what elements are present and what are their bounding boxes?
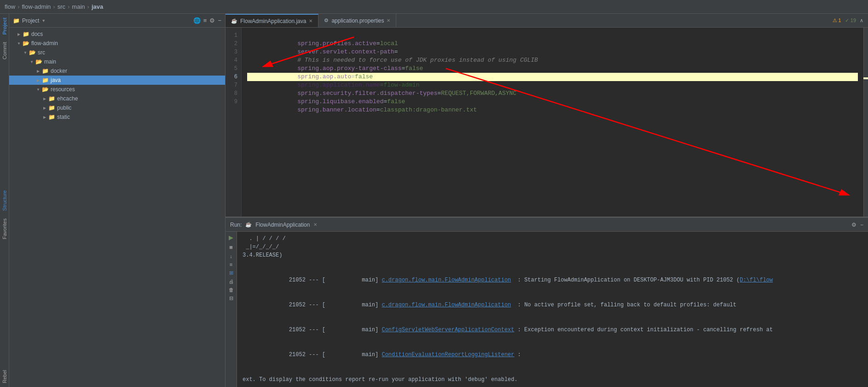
folder-public-icon: 📁 — [48, 104, 55, 111]
console-ascii-1: . | / / / / — [243, 235, 862, 243]
right-gutter — [863, 28, 868, 217]
console-info-1: ext. To display the conditions report re… — [243, 375, 862, 384]
run-minimize-icon[interactable]: − — [860, 222, 863, 228]
sidebar-rebel-label[interactable]: Rebel — [1, 366, 8, 387]
breadcrumb-src[interactable]: src — [58, 3, 65, 10]
tree-item-public[interactable]: 📁 public — [9, 103, 225, 112]
code-editor[interactable]: spring.profiles.active=local server.serv… — [242, 28, 863, 217]
sidebar-project-label[interactable]: Project — [1, 14, 8, 38]
tree-item-main[interactable]: 📂 main — [9, 57, 225, 66]
tree-label-docs: docs — [31, 31, 43, 37]
project-header-icons: 🌐 ≡ ⚙ − — [193, 17, 221, 24]
breadcrumb-java[interactable]: java — [92, 3, 103, 10]
console-ascii-3: 3.4.RELEASE) — [243, 251, 862, 259]
file-tree: 📁 docs 📂 flow-admin 📂 src — [9, 28, 225, 387]
folder-src-icon: 📂 — [29, 49, 36, 56]
tree-label-main: main — [44, 59, 56, 65]
tab-application-properties[interactable]: ⚙ application.properties ✕ — [318, 14, 396, 27]
line-num-7: 7 — [226, 81, 241, 89]
tree-item-resources[interactable]: 📂 resources — [9, 85, 225, 94]
project-title[interactable]: 📁 Project ▼ — [13, 18, 46, 24]
tab-flow-admin-application[interactable]: ☕ FlowAdminApplication.java ✕ — [226, 14, 318, 27]
align-icon[interactable]: ≡ — [203, 17, 207, 24]
project-dropdown-icon[interactable]: ▼ — [41, 18, 46, 23]
log-class-4[interactable]: ConditionEvaluationReportLoggingListener — [382, 352, 514, 358]
run-console-icon[interactable]: ⊞ — [229, 270, 233, 276]
tab-close-java[interactable]: ✕ — [309, 18, 312, 23]
log-class-1[interactable]: c.dragon.flow.main.FlowAdminApplication — [382, 277, 511, 283]
run-print-icon[interactable]: 🖨 — [229, 279, 234, 284]
run-body: ▶ ■ ↓ ≡ ⊞ 🖨 🗑 ⊟ . | / / / / _|=/_/_/_/ — [226, 232, 868, 387]
settings-icon[interactable]: ⚙ — [209, 17, 215, 24]
log-link-1[interactable]: D:\fl\flow — [740, 277, 773, 283]
line-num-6: 6 — [226, 73, 241, 81]
run-scroll-down-icon[interactable]: ↓ — [230, 253, 232, 259]
run-app-icon: ☕ — [245, 222, 252, 228]
run-play-icon[interactable]: ▶ — [229, 234, 233, 241]
tree-arrow-ehcache — [41, 95, 48, 102]
console-log-2: 21052 --- [ main] c.dragon.flow.main.Flo… — [243, 293, 862, 317]
breadcrumb-sep-2: › — [53, 3, 55, 10]
tree-item-java[interactable]: 📁 java — [9, 76, 225, 85]
breadcrumb-sep-3: › — [68, 3, 69, 10]
tree-item-docs[interactable]: 📁 docs — [9, 29, 225, 39]
tree-label-src: src — [38, 49, 45, 56]
editor-body: 1 2 3 4 5 6 7 8 9 spring.profi — [226, 28, 868, 217]
folder-static-icon: 📁 — [48, 113, 55, 121]
tree-arrow-flow-admin — [16, 40, 22, 47]
log-class-3[interactable]: ConfigServletWebServerApplicationContext — [382, 327, 514, 333]
breadcrumb-sep-1: › — [17, 3, 19, 10]
sidebar-commit-label[interactable]: Commit — [1, 38, 8, 63]
tree-arrow-resources — [35, 86, 41, 93]
content-area: ☕ FlowAdminApplication.java ✕ ⚙ applicat… — [226, 14, 868, 387]
console-output[interactable]: . | / / / / _|=/_/_/_/ 3.4.RELEASE) 2105… — [237, 232, 868, 387]
tab-properties-label: application.properties — [331, 18, 384, 24]
project-label: Project — [22, 18, 39, 24]
folder-flow-admin-icon: 📂 — [22, 40, 29, 47]
tab-close-properties[interactable]: ✕ — [387, 18, 390, 23]
line-numbers: 1 2 3 4 5 6 7 8 9 — [226, 28, 242, 217]
run-collapse-icon[interactable]: ⊟ — [229, 295, 233, 301]
editor-tab-bar: ☕ FlowAdminApplication.java ✕ ⚙ applicat… — [226, 14, 868, 28]
breadcrumb-flow[interactable]: flow — [5, 3, 15, 10]
run-label: Run: — [230, 222, 242, 228]
sidebar-favorites-label[interactable]: Favorites — [1, 215, 8, 243]
breadcrumb-main[interactable]: main — [72, 3, 85, 10]
breadcrumb-flow-admin[interactable]: flow-admin — [22, 3, 51, 10]
log-msg-3: : Exception encountered during context i… — [515, 327, 773, 333]
run-tab-label[interactable]: FlowAdminApplication — [255, 222, 310, 228]
console-log-4: 21052 --- [ main] ConditionEvaluationRep… — [243, 342, 862, 367]
expand-button[interactable]: ∧ — [860, 18, 863, 23]
far-left-sidebar: Project Commit Structure Favorites Rebel — [0, 14, 9, 387]
console-blank-1 — [243, 259, 862, 268]
tree-item-ehcache[interactable]: 📁 ehcache — [9, 94, 225, 103]
tree-arrow-docs — [16, 31, 22, 37]
line-num-5: 5 — [226, 64, 241, 73]
minimize-icon[interactable]: − — [218, 17, 221, 24]
log-pid-3: 21052 --- [ main] — [289, 327, 382, 333]
run-tab-close[interactable]: ✕ — [313, 222, 317, 227]
java-file-icon: ☕ — [231, 18, 237, 24]
tree-item-flow-admin[interactable]: 📂 flow-admin — [9, 39, 225, 48]
tree-item-static[interactable]: 📁 static — [9, 112, 225, 122]
tree-arrow-main — [29, 59, 35, 65]
sidebar-structure-label[interactable]: Structure — [1, 187, 8, 215]
breadcrumb-sep-4: › — [87, 3, 89, 10]
log-pid-1: 21052 --- [ main] — [289, 277, 382, 283]
tree-item-docker[interactable]: 📁 docker — [9, 66, 225, 76]
warning-indicator: ⚠ 1 — [833, 18, 841, 23]
folder-ehcache-icon: 📁 — [48, 95, 55, 102]
line-num-2: 2 — [226, 40, 241, 48]
run-panel-header: Run: ☕ FlowAdminApplication ✕ ⚙ − — [226, 218, 868, 232]
tree-arrow-docker — [35, 68, 41, 74]
run-settings-icon[interactable]: ⚙ — [851, 222, 856, 228]
globe-icon[interactable]: 🌐 — [193, 17, 201, 24]
log-msg-1: : Starting FlowAdminApplication on DESKT… — [511, 277, 740, 283]
run-delete-icon[interactable]: 🗑 — [229, 287, 234, 293]
code-line-1: spring.profiles.active=local — [247, 31, 858, 40]
log-class-2[interactable]: c.dragon.flow.main.FlowAdminApplication — [382, 302, 511, 308]
tree-item-src[interactable]: 📂 src — [9, 48, 225, 57]
run-stop-icon[interactable]: ■ — [229, 244, 233, 251]
folder-docker-icon: 📁 — [41, 67, 49, 75]
run-list-icon[interactable]: ≡ — [230, 262, 232, 267]
